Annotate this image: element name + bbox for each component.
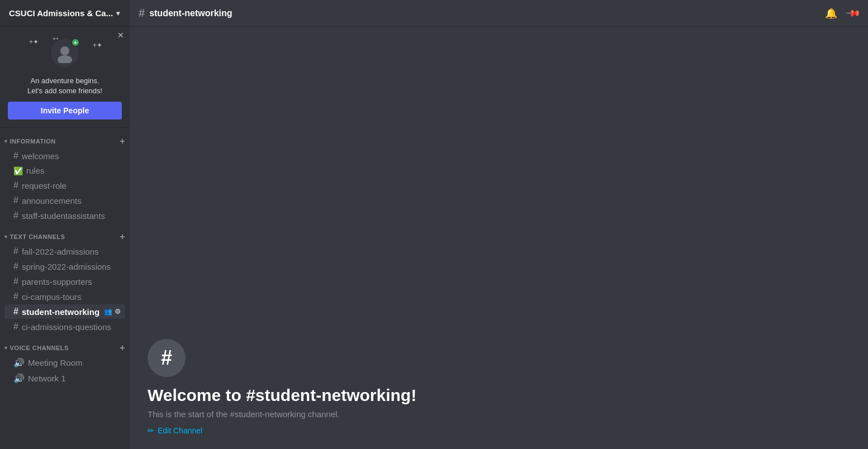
channel-item-network-1[interactable]: 🔊 Network 1	[4, 371, 125, 386]
channel-item-ci-admissions-questions[interactable]: # ci-admissions-questions	[4, 319, 125, 334]
sparkle-icon: ✦	[29, 38, 39, 46]
channel-name: parents-supporters	[22, 277, 121, 286]
category-header-information[interactable]: ▾ INFORMATION +	[0, 128, 130, 148]
channel-topbar: # student-networking 🔔 📌	[130, 0, 868, 27]
hash-channel-icon: #	[13, 195, 18, 206]
category-add-icon[interactable]: +	[120, 137, 125, 146]
channel-name: Meeting Room	[28, 358, 121, 367]
channel-item-student-networking[interactable]: # student-networking 👥 ⚙	[4, 304, 125, 319]
channel-item-meeting-room[interactable]: 🔊 Meeting Room	[4, 355, 125, 370]
hash-channel-icon: #	[13, 307, 18, 317]
channel-name: ci-campus-tours	[22, 292, 121, 302]
hash-icon: #	[139, 7, 145, 20]
hash-channel-icon: #	[13, 180, 18, 190]
channel-item-rules[interactable]: ✅ rules	[4, 164, 125, 178]
category-add-icon[interactable]: +	[120, 232, 125, 241]
hash-channel-icon: #	[13, 151, 18, 161]
invite-card-line2: Let's add some friends!	[8, 86, 122, 96]
invite-card: ✕ ✦ + ✦ + An adventure begins. Let's add…	[0, 27, 130, 128]
hash-channel-icon: #	[13, 292, 18, 302]
channel-list: ▾ INFORMATION + # welcomes ✅ rules # req…	[0, 128, 130, 449]
category-name: INFORMATION	[10, 138, 120, 145]
channel-item-staff-studentassistants[interactable]: # staff-studentassistants	[4, 208, 125, 223]
add-friend-badge: +	[71, 38, 80, 47]
main-content: # student-networking 🔔 📌 # Welcome to #s…	[130, 0, 868, 449]
channel-name: spring-2022-admissions	[22, 262, 121, 271]
welcome-description: This is the start of the #student-networ…	[148, 409, 850, 419]
channel-action-icons: 👥 ⚙	[104, 308, 121, 316]
channel-name: staff-studentassistants	[22, 211, 121, 221]
server-header[interactable]: CSUCI Admissions & Ca... ▾	[0, 0, 130, 27]
channel-name: request-role	[22, 181, 121, 190]
hash-channel-icon: #	[13, 322, 18, 332]
invite-card-line1: An adventure begins.	[8, 76, 122, 86]
channel-name: student-networking	[22, 307, 102, 317]
hash-channel-icon: #	[13, 261, 18, 271]
voice-channel-icon: 🔊	[13, 373, 25, 384]
invite-people-button[interactable]: Invite People	[8, 102, 122, 120]
channel-item-request-role[interactable]: # request-role	[4, 178, 125, 193]
channel-name: fall-2022-admissions	[22, 247, 121, 256]
category-chevron-icon: ▾	[4, 234, 8, 240]
sidebar: CSUCI Admissions & Ca... ▾ ✕ ✦ + ✦ + An …	[0, 0, 130, 449]
svg-point-0	[60, 46, 69, 55]
pencil-icon: ✏	[148, 426, 154, 435]
channel-name: ci-admissions-questions	[22, 322, 121, 332]
hash-channel-icon: #	[13, 246, 18, 256]
server-name: CSUCI Admissions & Ca...	[9, 8, 113, 18]
channel-item-spring-2022-admissions[interactable]: # spring-2022-admissions	[4, 259, 125, 274]
svg-point-1	[58, 55, 72, 63]
channel-name: Network 1	[28, 374, 121, 383]
sparkle-icon: ✦	[93, 41, 102, 49]
invite-card-text: An adventure begins. Let's add some frie…	[8, 76, 122, 96]
channel-name: rules	[26, 166, 121, 175]
welcome-hash-icon: #	[148, 339, 186, 377]
topbar-right: 🔔 📌	[825, 7, 859, 20]
channel-item-welcomes[interactable]: # welcomes	[4, 149, 125, 163]
category-name: VOICE CHANNELS	[10, 345, 120, 351]
invite-avatar-container: ✦ + ✦ +	[8, 34, 122, 73]
category-header-text-channels[interactable]: ▾ TEXT CHANNELS +	[0, 223, 130, 243]
channel-item-parents-supporters[interactable]: # parents-supporters	[4, 274, 125, 289]
add-member-icon[interactable]: 👥	[104, 308, 112, 316]
welcome-title: Welcome to #student-networking!	[148, 386, 850, 405]
channel-item-fall-2022-admissions[interactable]: # fall-2022-admissions	[4, 244, 125, 259]
bell-icon[interactable]: 🔔	[825, 7, 837, 20]
avatar: +	[49, 37, 80, 69]
channel-name: announcements	[22, 196, 121, 206]
channel-name: welcomes	[22, 151, 121, 161]
voice-channel-icon: 🔊	[13, 357, 25, 368]
category-name: TEXT CHANNELS	[10, 233, 120, 240]
message-area: # Welcome to #student-networking! This i…	[130, 27, 868, 449]
edit-channel-link[interactable]: ✏ Edit Channel	[148, 426, 202, 435]
hash-channel-icon: #	[13, 276, 18, 286]
pin-icon[interactable]: 📌	[845, 5, 862, 22]
category-header-voice-channels[interactable]: ▾ VOICE CHANNELS +	[0, 335, 130, 355]
channel-item-announcements[interactable]: # announcements	[4, 193, 125, 208]
category-chevron-icon: ▾	[4, 138, 8, 144]
user-avatar-icon	[55, 43, 75, 63]
hash-channel-icon: #	[13, 211, 18, 221]
topbar-channel-name: student-networking	[149, 8, 232, 18]
channel-item-ci-campus-tours[interactable]: # ci-campus-tours	[4, 289, 125, 304]
edit-channel-label: Edit Channel	[158, 426, 202, 435]
welcome-section: # Welcome to #student-networking! This i…	[130, 326, 868, 449]
topbar-left: # student-networking	[139, 7, 233, 20]
rules-channel-icon: ✅	[13, 166, 23, 175]
hash-symbol: #	[161, 346, 172, 370]
settings-icon[interactable]: ⚙	[115, 308, 121, 316]
chevron-down-icon: ▾	[116, 9, 120, 17]
category-add-icon[interactable]: +	[120, 343, 125, 352]
category-chevron-icon: ▾	[4, 345, 8, 351]
